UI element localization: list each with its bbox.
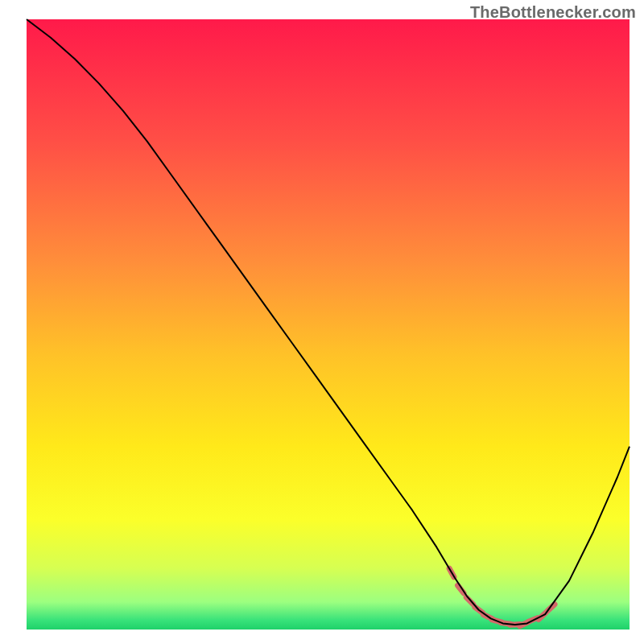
plot-background [27,19,630,630]
chart-svg [0,0,644,644]
chart-container: TheBottlenecker.com [0,0,644,644]
